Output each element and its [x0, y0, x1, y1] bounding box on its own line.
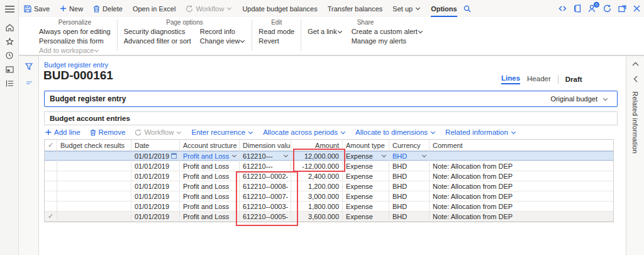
cell-date[interactable]: 01/01/2019 [131, 212, 180, 221]
cell-budget_check_results[interactable] [57, 161, 131, 171]
home-icon[interactable] [0, 21, 19, 35]
table-row[interactable]: 01/01/2019Profit and Loss612210--0008-1,… [45, 181, 613, 191]
cell-dimension_values[interactable]: 612210--- [240, 151, 291, 161]
save-button[interactable]: Save [24, 0, 50, 17]
get-a-link-button[interactable]: Get a link [308, 27, 342, 37]
allocate-to-dimensions-button[interactable]: Allocate to dimensions [355, 128, 436, 136]
page-caption-link[interactable]: Budget register entry [44, 61, 108, 69]
read-mode-button[interactable]: Read mode [258, 27, 294, 37]
cell-amount[interactable]: 12,000.000 [291, 151, 343, 161]
cell-comment[interactable]: Note: Allocation from DEP [430, 161, 613, 171]
cell-budget_check_results[interactable] [57, 212, 131, 221]
cell-amount[interactable]: 2,400.000 [291, 171, 343, 181]
chevron-down-icon[interactable] [284, 153, 288, 157]
cell-account_structure[interactable]: Profit and Loss [180, 161, 240, 171]
group-header-budget-account-entries[interactable]: Budget account entries [44, 111, 618, 125]
table-row[interactable]: ✓01/01/2019Profit and Loss612210--0005-3… [45, 212, 613, 222]
always-open-for-editing-button[interactable]: Always open for editing [39, 27, 111, 37]
enter-recurrence-button[interactable]: Enter recurrence [191, 128, 253, 136]
related-information-button[interactable]: Related information [445, 128, 516, 136]
favorites-star-icon[interactable] [0, 35, 19, 48]
cell-comment[interactable] [430, 151, 613, 161]
cell-account_structure[interactable]: Profit and Loss [180, 171, 240, 181]
cell-check[interactable] [45, 181, 57, 191]
chevron-down-icon[interactable] [603, 96, 608, 100]
update-budget-balances-button[interactable]: Update budget balances [242, 0, 317, 17]
tab-header[interactable]: Header [527, 75, 551, 84]
cell-budget_check_results[interactable] [57, 191, 131, 201]
cell-comment[interactable]: Note: Allocation from DEP [430, 191, 613, 201]
cell-currency[interactable]: BHD [389, 171, 430, 181]
workflow-button-grid[interactable]: Workflow [135, 128, 182, 136]
column-header-check[interactable]: ✓ [45, 140, 57, 150]
refresh-icon[interactable] [603, 4, 611, 13]
recent-clock-icon[interactable] [0, 48, 19, 62]
cell-budget_check_results[interactable] [57, 201, 131, 211]
cell-amount_type[interactable]: Expense [343, 151, 389, 161]
cell-dimension_values[interactable]: 612210--0003- [240, 201, 291, 211]
cell-currency[interactable]: BHD [389, 151, 430, 161]
chevron-down-icon[interactable] [422, 153, 426, 157]
cell-currency[interactable]: BHD [389, 191, 430, 201]
cell-check[interactable] [45, 151, 57, 161]
column-header-account_structure[interactable]: Account structure [180, 140, 240, 150]
workspace-icon[interactable] [0, 62, 19, 76]
cell-dimension_values[interactable]: 612210--0008- [240, 181, 291, 191]
expand-panel-chevron-icon[interactable] [633, 74, 638, 85]
cell-amount_type[interactable]: Expense [343, 171, 389, 181]
cell-amount_type[interactable]: Expense [343, 161, 389, 171]
cell-budget_check_results[interactable] [57, 171, 131, 181]
cell-check[interactable] [45, 161, 57, 171]
column-header-comment[interactable]: Comment [430, 140, 613, 150]
cell-account_structure[interactable]: Profit and Loss [180, 212, 240, 221]
cell-amount_type[interactable]: Expense [343, 212, 389, 221]
notifications-person-icon[interactable]: 0 [588, 4, 596, 13]
column-header-amount[interactable]: Amount [291, 140, 343, 150]
sort-lines-icon[interactable] [19, 76, 39, 89]
office-icon[interactable] [574, 4, 581, 13]
transfer-balances-button[interactable]: Transfer balances [328, 0, 383, 17]
cell-comment[interactable]: Note: Allocation from DEP [430, 181, 613, 191]
hamburger-menu-icon[interactable] [0, 2, 19, 16]
cell-amount_type[interactable]: Expense [343, 201, 389, 211]
cell-comment[interactable]: Note: Allocation from DEP [430, 201, 613, 211]
open-in-excel-button[interactable]: Open in Excel [133, 0, 175, 17]
cell-dimension_values[interactable]: 612210--0002- [240, 171, 291, 181]
new-button[interactable]: New [60, 0, 83, 17]
cell-amount_type[interactable]: Expense [343, 181, 389, 191]
set-up-button[interactable]: Set up [392, 0, 421, 17]
cell-check[interactable] [45, 171, 57, 181]
double-chevron-icon[interactable] [558, 6, 567, 11]
security-diagnostics-button[interactable]: Security diagnostics [124, 27, 191, 37]
table-row[interactable]: 01/01/2019Profit and Loss612210--0007-3,… [45, 191, 613, 201]
table-row[interactable]: 01/01/2019Profit and Loss612210----12,00… [45, 161, 613, 171]
related-information-tab[interactable]: Related information [631, 91, 639, 154]
collapse-all-chevron-icon[interactable] [632, 57, 639, 69]
options-tab[interactable]: Options [431, 0, 457, 17]
cell-budget_check_results[interactable] [57, 181, 131, 191]
cell-account_structure[interactable]: Profit and Loss [180, 181, 240, 191]
cell-check[interactable] [45, 191, 57, 201]
table-row[interactable]: 01/01/2019Profit and Loss612210---12,000… [45, 151, 613, 161]
table-row[interactable]: 01/01/2019Profit and Loss612210--0002-2,… [45, 171, 613, 181]
tab-lines[interactable]: Lines [501, 74, 520, 84]
add-line-button[interactable]: Add line [45, 128, 80, 136]
allocate-across-periods-button[interactable]: Allocate across periods [263, 128, 346, 136]
popout-icon[interactable] [618, 5, 626, 13]
column-header-amount_type[interactable]: Amount type [343, 140, 389, 150]
search-icon[interactable] [464, 0, 471, 17]
record-info-button[interactable]: Record info [200, 27, 246, 37]
original-budget-select[interactable]: Original budget [550, 95, 597, 103]
column-header-currency[interactable]: Currency [389, 140, 430, 150]
column-header-date[interactable]: Date [131, 140, 180, 150]
cell-amount[interactable]: 3,000.000 [291, 191, 343, 201]
calendar-icon[interactable] [171, 153, 177, 159]
cell-amount[interactable]: 3,600.000 [291, 212, 343, 221]
cell-check[interactable] [45, 201, 57, 211]
cell-currency[interactable]: BHD [389, 201, 430, 211]
filter-funnel-icon[interactable] [19, 60, 39, 72]
cell-date[interactable]: 01/01/2019 [131, 171, 180, 181]
cell-amount[interactable]: -12,000.000 [291, 161, 343, 171]
manage-my-alerts-button[interactable]: Manage my alerts [352, 37, 423, 46]
workflow-button[interactable]: Workflow [186, 0, 232, 17]
